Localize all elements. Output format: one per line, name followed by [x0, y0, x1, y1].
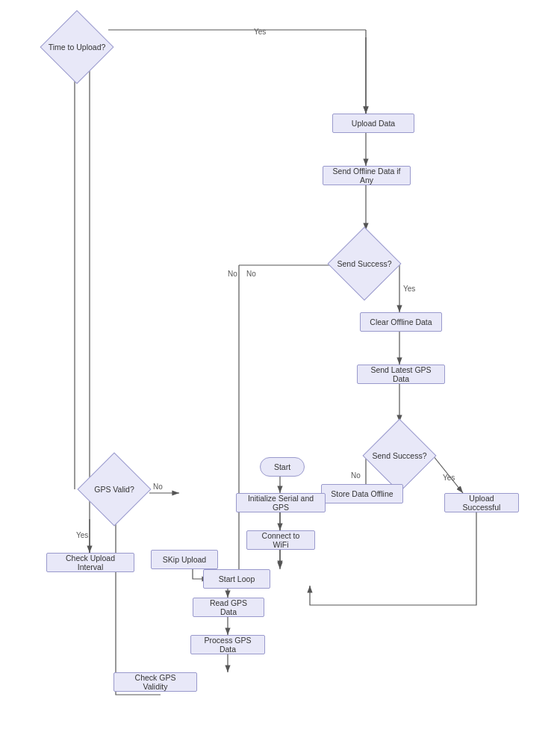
svg-text:No: No — [351, 471, 361, 480]
start-node: Start — [260, 457, 305, 477]
check-gps-validity-node: Check GPS Validity — [113, 672, 197, 692]
check-upload-interval-node: Check Upload Interval — [46, 553, 134, 572]
process-gps-node: Process GPS Data — [190, 635, 265, 654]
upload-data-node: Upload Data — [332, 114, 414, 133]
gps-valid-diamond: GPS Valid? — [81, 456, 148, 523]
send-success-1-diamond: Send Success? — [331, 230, 398, 297]
svg-text:Yes: Yes — [443, 474, 455, 482]
send-success-2-diamond: Send Success? — [366, 422, 433, 489]
svg-text:Yes: Yes — [76, 531, 88, 539]
init-serial-gps-node: Initialize Serial and GPS — [236, 493, 326, 512]
send-offline-data-node: Send Offline Data if Any — [323, 166, 411, 185]
connect-wifi-node: Connect to WiFi — [246, 530, 315, 550]
svg-text:Yes: Yes — [254, 28, 266, 36]
svg-text:No: No — [153, 483, 163, 491]
arrows-layer: Yes No Yes Yes No Y — [0, 0, 560, 747]
time-to-upload-diamond: Time to Upload? — [43, 13, 111, 81]
svg-text:No: No — [246, 270, 256, 278]
read-gps-node: Read GPS Data — [193, 598, 264, 617]
flowchart: Yes No Yes Yes No Y — [0, 0, 560, 747]
svg-line-24 — [433, 456, 463, 493]
start-loop-node: Start Loop — [203, 569, 270, 589]
send-latest-gps-node: Send Latest GPS Data — [357, 365, 445, 384]
skip-upload-node: SKip Upload — [151, 550, 218, 569]
svg-text:Yes: Yes — [403, 285, 415, 293]
clear-offline-data-node: Clear Offline Data — [360, 312, 442, 332]
upload-successful-node: Upload Successful — [444, 493, 519, 512]
svg-text:No: No — [228, 270, 237, 278]
